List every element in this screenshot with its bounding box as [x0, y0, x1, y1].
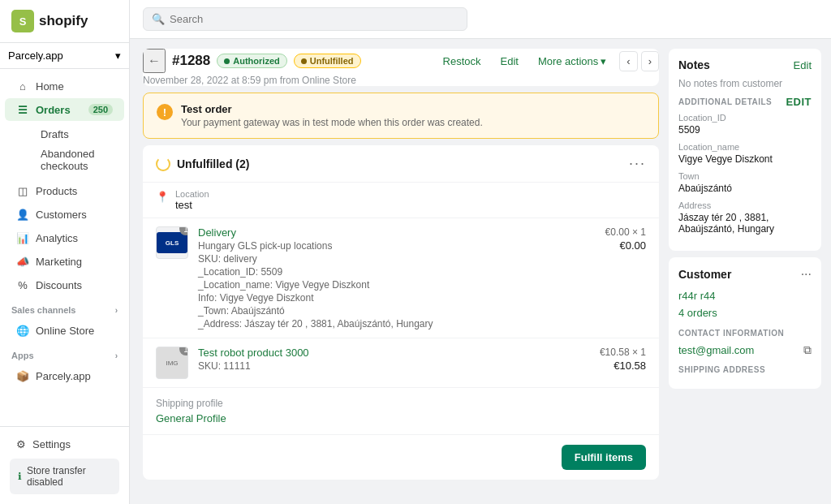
contact-row: test@gmail.com ⧉: [678, 342, 812, 360]
detail-location-id-value: 5509: [678, 124, 812, 136]
edit-button[interactable]: Edit: [493, 52, 524, 71]
order-header-top: ← #1288 Authorized Unfulfilled Restock E…: [143, 49, 659, 73]
sidebar-item-analytics[interactable]: 📊 Analytics: [5, 226, 124, 249]
content-main: ← #1288 Authorized Unfulfilled Restock E…: [130, 39, 669, 504]
settings-icon: ⚙: [16, 438, 26, 450]
product-location-id: _Location_ID: 5509: [198, 266, 596, 278]
customer-options-button[interactable]: ···: [801, 267, 812, 282]
restock-button[interactable]: Restock: [437, 52, 488, 71]
store-switcher[interactable]: Parcely.app ▾: [0, 43, 129, 69]
sidebar-item-marketing-label: Marketing: [36, 256, 82, 268]
product-location-name: _Location_name: Vigye Vegye Diszkont: [198, 279, 596, 291]
unfulfilled-card-header: Unfulfilled (2) ···: [143, 145, 659, 183]
detail-address-label: Address: [678, 200, 812, 210]
shipping-value[interactable]: General Profile: [156, 412, 226, 424]
product-price-total-robot: €10.58: [600, 360, 646, 372]
store-transfer-banner: ℹ Store transfer disabled: [10, 459, 119, 494]
info-icon: ℹ: [18, 471, 22, 482]
sidebar-item-drafts[interactable]: Drafts: [29, 125, 124, 144]
sidebar-item-home[interactable]: ⌂ Home: [5, 75, 124, 97]
parcely-icon: 📦: [16, 369, 29, 382]
product-image-delivery: GLS 1: [156, 226, 188, 259]
additional-details-section: ADDITIONAL DETAILS Edit: [678, 96, 812, 108]
search-box[interactable]: 🔍: [143, 7, 467, 31]
settings-label: Settings: [32, 438, 71, 450]
settings-item[interactable]: ⚙ Settings: [5, 433, 124, 455]
logo-text: shopify: [39, 13, 88, 29]
sidebar-item-parcely[interactable]: 📦 Parcely.app: [5, 364, 124, 387]
customer-orders-link[interactable]: 4 orders: [678, 305, 812, 322]
more-actions-button[interactable]: More actions ▾: [532, 52, 613, 71]
additional-details-edit-link[interactable]: Edit: [786, 96, 812, 108]
sidebar-nav: ⌂ Home ☰ Orders 250 Drafts Abandoned che…: [0, 69, 129, 426]
sidebar-item-discounts-label: Discounts: [36, 279, 82, 291]
product-description-delivery: Hungary GLS pick-up locations: [198, 240, 596, 252]
sidebar-item-discounts[interactable]: % Discounts: [5, 274, 124, 296]
additional-details-label: ADDITIONAL DETAILS: [678, 97, 772, 106]
online-store-icon: 🌐: [16, 324, 29, 337]
product-price-unit-robot: €10.58 × 1: [600, 347, 646, 358]
sidebar-item-home-label: Home: [36, 80, 64, 93]
sales-channels-chevron-icon: ›: [115, 306, 118, 315]
back-button[interactable]: ←: [143, 49, 166, 73]
content-area: ← #1288 Authorized Unfulfilled Restock E…: [130, 39, 831, 504]
notes-edit-link[interactable]: Edit: [794, 59, 812, 71]
product-row-delivery: GLS 1 Delivery Hungary GLS pick-up locat…: [143, 218, 659, 338]
warning-description: Your payment gateway was in test mode wh…: [181, 117, 483, 128]
copy-email-icon[interactable]: ⧉: [803, 343, 812, 357]
sidebar-item-online-store-label: Online Store: [36, 325, 94, 337]
content-right: Notes Edit No notes from customer ADDITI…: [669, 39, 831, 504]
sidebar-item-abandoned[interactable]: Abandoned checkouts: [29, 144, 124, 175]
sidebar-item-products[interactable]: ◫ Products: [5, 179, 124, 202]
unfulfilled-title: Unfulfilled (2): [177, 157, 249, 170]
contact-info-label: CONTACT INFORMATION: [678, 329, 784, 338]
sidebar-item-orders[interactable]: ☰ Orders 250: [5, 98, 124, 121]
customer-email-link[interactable]: test@gmail.com: [678, 342, 754, 360]
sidebar-item-customers[interactable]: 👤 Customers: [5, 203, 124, 226]
more-actions-arrow-icon: ▾: [601, 55, 606, 67]
topbar: 🔍: [130, 0, 831, 39]
authorized-label: Authorized: [233, 56, 279, 66]
search-input[interactable]: [170, 13, 459, 25]
main-area: 🔍 ← #1288 Authorized Unfulfilled: [130, 0, 831, 504]
store-name: Parcely.app: [8, 50, 63, 62]
apps-section: Apps ›: [0, 342, 129, 364]
sales-channels-section: Sales channels ›: [0, 297, 129, 318]
notes-card-header: Notes Edit: [678, 58, 812, 71]
order-header-card: ← #1288 Authorized Unfulfilled Restock E…: [143, 49, 659, 86]
unfulfilled-options-button[interactable]: ···: [629, 155, 646, 172]
product-info-delivery: Delivery Hungary GLS pick-up locations S…: [198, 226, 596, 330]
customer-name-link[interactable]: r44r r44: [678, 288, 812, 305]
product-town: _Town: Abaújszántó: [198, 305, 596, 317]
products-icon: ◫: [16, 184, 29, 197]
apps-chevron-icon: ›: [115, 351, 118, 360]
fulfill-items-button[interactable]: Fulfill items: [562, 445, 646, 470]
warning-title: Test order: [181, 103, 483, 115]
sidebar-item-marketing[interactable]: 📣 Marketing: [5, 250, 124, 273]
sidebar-item-customers-label: Customers: [36, 209, 87, 221]
product-link-delivery[interactable]: Delivery: [198, 226, 236, 239]
sidebar-item-online-store[interactable]: 🌐 Online Store: [5, 319, 124, 342]
next-order-button[interactable]: ›: [641, 51, 659, 71]
shopify-logo-icon: S: [11, 10, 34, 32]
detail-location-name-label: Location_name: [678, 142, 812, 152]
detail-town: Town Abaújszántó: [678, 171, 812, 194]
product-link-robot[interactable]: Test robot product 3000: [198, 347, 309, 359]
product-image-robot: IMG 1: [156, 347, 188, 379]
orders-subnav: Drafts Abandoned checkouts: [0, 122, 129, 179]
prev-order-button[interactable]: ‹: [619, 51, 637, 71]
sidebar: S shopify Parcely.app ▾ ⌂ Home ☰ Orders …: [0, 0, 130, 504]
location-label: Location: [175, 189, 209, 199]
shipping-section: Shipping profile General Profile: [143, 388, 659, 434]
customers-icon: 👤: [16, 208, 29, 221]
svg-text:S: S: [19, 15, 27, 28]
detail-location-name-value: Vigye Vegye Diszkont: [678, 153, 812, 165]
warning-content: Test order Your payment gateway was in t…: [181, 103, 483, 128]
location-value: test: [175, 199, 209, 211]
product-address: _Address: Jászay tér 20 , 3881, Abaújszá…: [198, 318, 596, 330]
notes-title: Notes: [678, 58, 710, 71]
location-row: 📍 Location test: [143, 183, 659, 218]
unfulfilled-header-left: Unfulfilled (2): [156, 157, 249, 171]
order-title: #1288: [172, 53, 210, 69]
order-subtitle: November 28, 2022 at 8:59 pm from Online…: [143, 75, 659, 86]
